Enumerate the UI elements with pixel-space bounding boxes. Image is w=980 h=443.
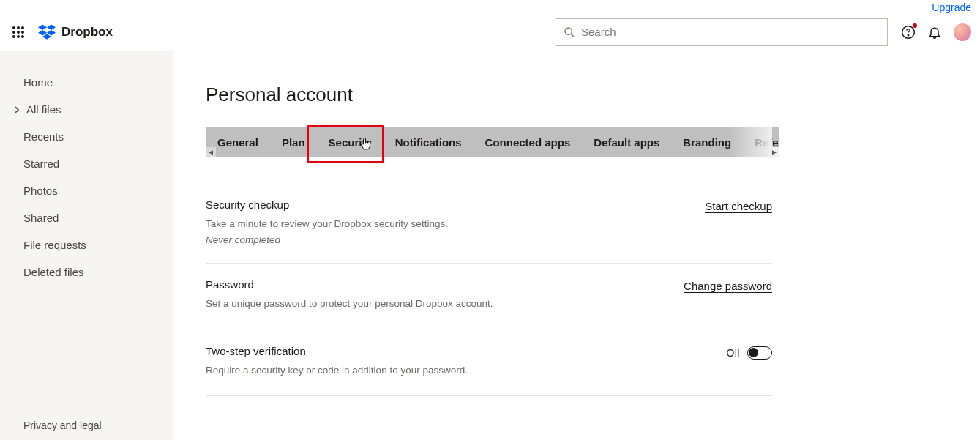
brand[interactable]: Dropbox — [38, 24, 113, 40]
svg-point-0 — [12, 26, 15, 29]
svg-point-2 — [21, 26, 24, 29]
svg-marker-9 — [38, 24, 47, 30]
svg-point-3 — [12, 31, 15, 34]
sidebar-item-photos[interactable]: Photos — [0, 177, 173, 204]
app-header: Dropbox — [0, 13, 980, 51]
twostep-toggle[interactable] — [747, 346, 772, 360]
upgrade-link[interactable]: Upgrade — [932, 1, 971, 13]
help-icon[interactable] — [901, 25, 916, 40]
svg-point-1 — [17, 26, 20, 29]
svg-point-17 — [908, 34, 908, 35]
search-input[interactable] — [581, 26, 880, 38]
tab-defaultapps[interactable]: Default apps — [582, 127, 671, 157]
sidebar-item-label: Photos — [23, 185, 58, 197]
sidebar-item-label: All files — [26, 103, 61, 116]
svg-point-7 — [17, 35, 20, 38]
svg-marker-12 — [47, 30, 56, 36]
section-title: Password — [206, 278, 493, 291]
sidebar-item-label: File requests — [23, 239, 86, 251]
sidebar-item-home[interactable]: Home — [0, 69, 173, 96]
svg-point-6 — [12, 35, 15, 38]
section-desc: Set a unique password to protect your pe… — [206, 297, 493, 311]
tab-security[interactable]: Security — [317, 127, 384, 157]
tab-plan[interactable]: Plan — [270, 127, 317, 157]
section-title: Security checkup — [206, 198, 448, 211]
tab-scroll-right[interactable]: ► — [769, 147, 779, 157]
sidebar-footer-link[interactable]: Privacy and legal — [0, 411, 173, 440]
section-twostep: Two-step verification Require a security… — [206, 330, 772, 396]
svg-point-4 — [17, 31, 20, 34]
section-desc: Require a security key or code in additi… — [206, 363, 468, 378]
sidebar-item-label: Starred — [23, 157, 59, 170]
sidebar-item-label: Home — [23, 76, 53, 89]
svg-line-15 — [571, 34, 574, 37]
sidebar-item-label: Shared — [23, 212, 59, 224]
section-security-checkup: Security checkup Take a minute to review… — [206, 184, 772, 264]
tab-branding[interactable]: Branding — [671, 127, 743, 157]
svg-marker-10 — [47, 24, 56, 30]
page-title: Personal account — [206, 83, 951, 106]
toggle-state-label: Off — [727, 347, 740, 359]
toggle-knob — [749, 348, 758, 357]
start-checkup-link[interactable]: Start checkup — [705, 200, 772, 213]
sidebar-item-filerequests[interactable]: File requests — [0, 231, 173, 258]
bell-icon[interactable] — [927, 25, 942, 40]
section-desc: Take a minute to review your Dropbox sec… — [206, 217, 448, 231]
sidebar-item-deleted[interactable]: Deleted files — [0, 258, 173, 286]
help-badge-dot — [913, 23, 917, 28]
chevron-right-icon — [12, 106, 22, 113]
dropbox-logo-icon — [38, 24, 56, 40]
sidebar-item-label: Recents — [23, 130, 64, 143]
brand-name: Dropbox — [61, 25, 113, 40]
sidebar-item-label: Deleted files — [23, 266, 84, 278]
tabs-container: General Plan Security Notifications Conn… — [206, 127, 779, 157]
svg-point-5 — [21, 31, 24, 34]
sidebar-item-starred[interactable]: Starred — [0, 150, 173, 177]
section-title: Two-step verification — [206, 345, 468, 357]
sidebar-item-shared[interactable]: Shared — [0, 204, 173, 231]
section-meta: Never completed — [206, 234, 448, 245]
app-grid-icon[interactable] — [12, 26, 25, 39]
section-password: Password Set a unique password to protec… — [206, 264, 772, 330]
main-content: Personal account General Plan Security N… — [173, 51, 980, 440]
tab-scroll-left[interactable]: ◄ — [206, 147, 216, 157]
avatar[interactable] — [954, 23, 971, 41]
search-box[interactable] — [556, 18, 888, 46]
svg-point-14 — [565, 28, 572, 34]
tab-notifications[interactable]: Notifications — [384, 127, 474, 157]
sidebar-item-allfiles[interactable]: All files — [0, 96, 173, 123]
tab-connectedapps[interactable]: Connected apps — [474, 127, 583, 157]
change-password-link[interactable]: Change password — [684, 280, 772, 293]
sidebar: Home All files Recents Starred Photos Sh… — [0, 51, 173, 440]
sidebar-item-recents[interactable]: Recents — [0, 123, 173, 150]
search-icon — [564, 26, 575, 38]
svg-point-8 — [21, 35, 24, 38]
